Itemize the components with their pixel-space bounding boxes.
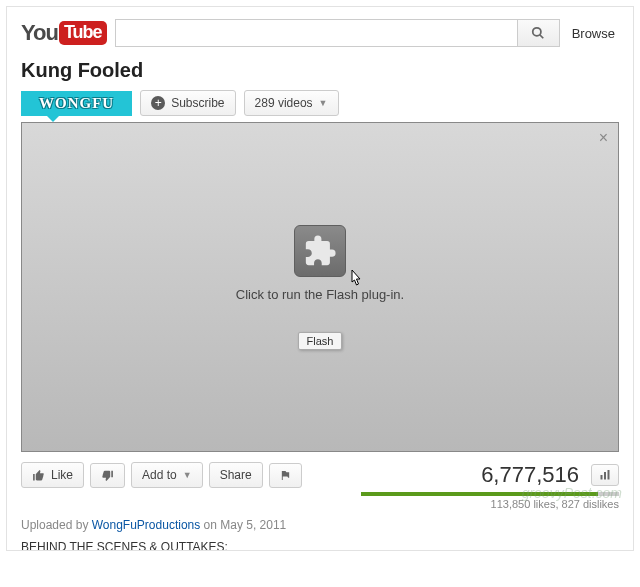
flag-button[interactable] (269, 463, 302, 488)
svg-rect-4 (608, 470, 610, 480)
dislike-button[interactable] (90, 463, 125, 488)
share-button[interactable]: Share (209, 462, 263, 488)
likes-dislikes-text: 113,850 likes, 827 dislikes (21, 498, 619, 510)
videos-count-button[interactable]: 289 videos ▼ (244, 90, 339, 116)
video-title: Kung Fooled (21, 59, 619, 82)
video-player[interactable]: × Click to run the Flash plug-in. Flash (21, 122, 619, 452)
like-label: Like (51, 468, 73, 482)
svg-rect-2 (601, 475, 603, 480)
subscribe-button[interactable]: + Subscribe (140, 90, 235, 116)
search-box (115, 19, 560, 47)
svg-line-1 (540, 35, 544, 39)
plugin-text: Click to run the Flash plug-in. (236, 287, 404, 302)
addto-label: Add to (142, 468, 177, 482)
stats-button[interactable] (591, 464, 619, 486)
action-bar: Like Add to ▼ Share 6,777,516 (21, 462, 619, 488)
chevron-down-icon: ▼ (319, 98, 328, 108)
browse-link[interactable]: Browse (568, 26, 619, 41)
plugin-tooltip: Flash (298, 332, 343, 350)
logo-you: You (21, 20, 58, 46)
svg-rect-3 (604, 472, 606, 480)
uploaded-prefix: Uploaded by (21, 518, 92, 532)
search-input[interactable] (116, 20, 517, 46)
uploaded-suffix: on May 5, 2011 (200, 518, 286, 532)
thumbs-down-icon (101, 469, 114, 482)
cursor-icon (347, 269, 365, 291)
plugin-placeholder[interactable] (294, 225, 346, 277)
sentiment-bar (361, 492, 619, 496)
sentiment-fill (361, 492, 598, 496)
logo-tube: Tube (59, 21, 107, 45)
search-icon (531, 26, 545, 40)
description-text: BEHIND THE SCENES & OUTTAKES: (21, 540, 619, 550)
puzzle-icon (303, 234, 337, 268)
like-button[interactable]: Like (21, 462, 84, 488)
upload-info: Uploaded by WongFuProductions on May 5, … (21, 518, 619, 532)
close-icon[interactable]: × (599, 129, 608, 147)
left-actions: Like Add to ▼ Share (21, 462, 302, 488)
channel-row: WONGFU + Subscribe 289 videos ▼ (21, 90, 619, 116)
flag-icon (280, 469, 291, 482)
uploader-link[interactable]: WongFuProductions (92, 518, 201, 532)
view-count: 6,777,516 (481, 462, 579, 488)
youtube-logo[interactable]: You Tube (21, 20, 107, 46)
plus-icon: + (151, 96, 165, 110)
bar-chart-icon (598, 469, 612, 481)
sentiment-section: 113,850 likes, 827 dislikes (21, 492, 619, 510)
chevron-down-icon: ▼ (183, 470, 192, 480)
search-button[interactable] (517, 20, 559, 46)
channel-badge[interactable]: WONGFU (21, 91, 132, 116)
header: You Tube Browse (21, 19, 619, 47)
share-label: Share (220, 468, 252, 482)
svg-point-0 (533, 28, 541, 36)
videos-count-label: 289 videos (255, 96, 313, 110)
subscribe-label: Subscribe (171, 96, 224, 110)
addto-button[interactable]: Add to ▼ (131, 462, 203, 488)
thumbs-up-icon (32, 469, 45, 482)
